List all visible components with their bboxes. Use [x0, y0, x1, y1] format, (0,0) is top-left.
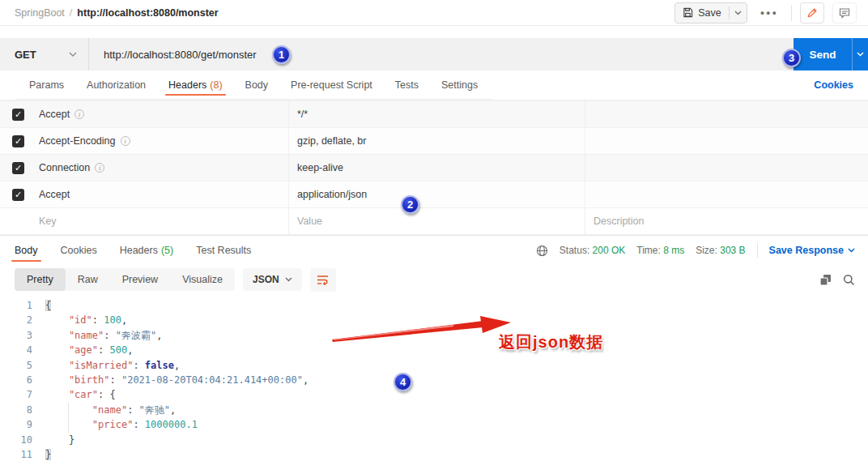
tab-settings[interactable]: Settings: [441, 70, 478, 99]
tab-label: Params: [29, 79, 64, 91]
annotation-badge-2: 2: [401, 195, 419, 214]
indent-guide: [68, 403, 69, 417]
header-key-cell[interactable]: Accept: [29, 189, 288, 200]
view-tab-preview[interactable]: Preview: [110, 268, 170, 291]
view-tab-pretty[interactable]: Pretty: [15, 268, 66, 291]
code-line: 6 "birth": "2021-08-20T04:04:21.414+00:0…: [0, 373, 868, 387]
header-key: Accept: [39, 189, 70, 200]
header-checkbox-cell: ✓: [0, 162, 29, 174]
search-icon[interactable]: [843, 274, 855, 286]
code-text: "age": 500,: [32, 343, 133, 357]
header-value-cell[interactable]: */*: [288, 101, 585, 127]
breadcrumb: SpringBoot / http://localhost:8080/monst…: [15, 7, 219, 19]
time-label: Time:: [636, 245, 661, 256]
code-text: }: [32, 433, 74, 447]
token-num: 1000000.1: [145, 419, 198, 430]
chevron-down-icon[interactable]: [734, 11, 742, 15]
tab-authorization[interactable]: Authorization: [87, 70, 146, 99]
code-text: {: [32, 298, 51, 313]
wrap-lines-button[interactable]: [310, 268, 336, 292]
code-text: "id": 100,: [32, 313, 127, 327]
method-select[interactable]: GET: [0, 38, 89, 70]
code-text: "birth": "2021-08-20T04:04:21.414+00:00"…: [32, 373, 308, 387]
send-button[interactable]: Send: [794, 38, 852, 70]
header-row: ✓Connectionikeep-alive: [0, 155, 868, 181]
save-button[interactable]: Save: [674, 2, 747, 23]
code-line: 2 "id": 100,: [0, 313, 868, 327]
code-text: "car": {: [32, 387, 116, 402]
copy-icon[interactable]: [819, 274, 832, 286]
token-key: "name": [45, 404, 127, 416]
header-description-cell[interactable]: [585, 128, 868, 154]
tab-headers[interactable]: Headers(8): [168, 70, 223, 99]
tab-body[interactable]: Body: [245, 70, 269, 99]
send-options-button[interactable]: [852, 38, 868, 70]
code-line: 3 "name": "奔波霸",: [0, 328, 868, 343]
comment-button[interactable]: [832, 2, 857, 23]
token-key: "car": [45, 389, 98, 400]
response-tab-headers[interactable]: Headers(5): [120, 236, 174, 265]
tab-label: Tests: [395, 79, 419, 91]
url-input[interactable]: http://localhost:8080/get/monster: [89, 38, 794, 70]
token-pun: :: [109, 374, 121, 386]
header-description-cell[interactable]: [585, 101, 868, 127]
network-globe-icon[interactable]: [536, 245, 548, 257]
header-row-checkbox[interactable]: ✓: [12, 109, 24, 121]
annotation-badge-1: 1: [272, 45, 291, 64]
code-text: "price": 1000000.1: [32, 417, 198, 432]
header-key-cell[interactable]: Accepti: [29, 109, 288, 120]
save-response-button[interactable]: Save Response: [769, 245, 855, 256]
view-tab-raw[interactable]: Raw: [66, 268, 110, 291]
response-tab-cookies[interactable]: Cookies: [61, 236, 97, 265]
code-line: 9 "price": 1000000.1: [0, 417, 868, 432]
header-value-placeholder-cell[interactable]: Value: [288, 208, 585, 234]
header-row-checkbox[interactable]: ✓: [12, 189, 24, 201]
view-tab-visualize[interactable]: Visualize: [170, 268, 235, 291]
header-key: Accept-Encoding: [39, 135, 116, 147]
header-value-cell[interactable]: keep-alive: [288, 155, 585, 181]
chevron-down-icon: [857, 52, 864, 57]
header-key-placeholder-cell[interactable]: Key: [29, 216, 288, 227]
header-key-cell[interactable]: Accept-Encodingi: [29, 135, 288, 147]
header-description-cell[interactable]: [585, 155, 868, 181]
token-pun: :: [98, 344, 109, 356]
line-number: 9: [0, 417, 32, 432]
header-row-checkbox[interactable]: ✓: [12, 162, 24, 174]
header-value-cell[interactable]: application/json: [288, 181, 585, 207]
size-field: Size: 303 B: [696, 245, 745, 256]
tab-pre-request-script[interactable]: Pre-request Script: [291, 70, 372, 99]
header-description-cell[interactable]: [585, 181, 868, 207]
response-tab-label: Body: [15, 245, 38, 256]
indent-guide: [68, 417, 69, 432]
save-icon: [683, 7, 693, 18]
response-tabs: BodyCookiesHeaders(5)Test Results: [15, 236, 251, 265]
tab-label: Body: [245, 79, 269, 91]
method-label: GET: [15, 49, 36, 61]
body-tools: [819, 274, 855, 286]
token-pun: ,: [174, 360, 180, 371]
header-description-placeholder-cell[interactable]: Description: [585, 208, 868, 234]
more-options-button[interactable]: ●●●: [755, 6, 783, 20]
response-tab-test-results[interactable]: Test Results: [196, 236, 251, 265]
meta-divider: [757, 243, 758, 258]
header-value-cell[interactable]: gzip, deflate, br: [288, 128, 585, 154]
tab-tests[interactable]: Tests: [395, 70, 419, 99]
token-pun: :: [127, 404, 138, 416]
tab-params[interactable]: Params: [29, 70, 64, 99]
response-tab-count: (5): [161, 245, 173, 256]
code-line: 5 "isMarried": false,: [0, 358, 868, 373]
header-key: Connection: [39, 162, 90, 173]
response-body-editor[interactable]: 1{2 "id": 100,3 "name": "奔波霸",4 "age": 5…: [0, 294, 868, 462]
token-pun: ,: [170, 404, 176, 416]
comment-icon: [839, 7, 850, 19]
header-row-checkbox[interactable]: ✓: [12, 135, 24, 147]
cookies-link[interactable]: Cookies: [814, 79, 853, 91]
topbar-divider: [791, 5, 792, 21]
code-line: 11}: [0, 447, 868, 462]
format-select[interactable]: JSON: [243, 268, 302, 291]
header-key-cell[interactable]: Connectioni: [29, 162, 288, 173]
response-tab-body[interactable]: Body: [15, 236, 38, 265]
save-divider: [729, 6, 730, 19]
breadcrumb-collection[interactable]: SpringBoot: [15, 7, 65, 19]
edit-button[interactable]: [800, 2, 824, 23]
